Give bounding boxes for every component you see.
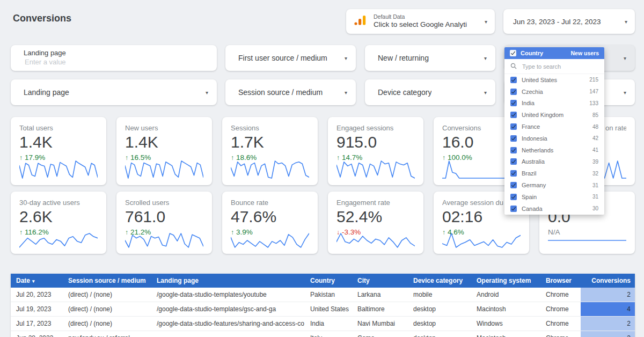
cell-city: Baltimore <box>352 305 408 313</box>
scorecard-bounce-rate[interactable]: Bounce rate 47.6% ↑3.9% <box>222 192 318 254</box>
cell-operating-system: Windows <box>471 320 540 327</box>
checkbox-checked-icon[interactable] <box>510 206 517 212</box>
device-category-filter[interactable]: Device category ▾ <box>365 79 495 105</box>
column-header-device-category[interactable]: Device category <box>408 277 471 284</box>
landing-page-input[interactable] <box>24 57 203 67</box>
checkbox-checked-icon[interactable] <box>510 135 517 142</box>
cell-date: Jun 28, 2023 <box>11 334 63 337</box>
country-new-users: 215 <box>589 77 598 83</box>
checkbox-checked-icon[interactable] <box>510 112 517 118</box>
column-header-conversions[interactable]: Conversions <box>581 274 635 288</box>
checkbox-checked-icon[interactable] <box>510 123 517 130</box>
chevron-down-icon: ▾ <box>624 90 626 96</box>
chevron-down-icon: ▾ <box>345 55 347 61</box>
checkbox-checked-icon[interactable] <box>510 182 517 188</box>
country-search-input[interactable] <box>521 63 588 70</box>
country-option-spain[interactable]: Spain 31 <box>504 191 604 203</box>
cell-city: Navi Mumbai <box>352 320 408 327</box>
landing-page-select-filter[interactable]: Landing page ▾ <box>11 79 217 105</box>
sparkline-chart <box>19 232 98 248</box>
scorecard-total-users[interactable]: Total users 1.4K ↑17.9% <box>11 117 106 185</box>
cell-city: Como <box>352 334 408 337</box>
country-name: United States <box>522 77 557 83</box>
column-header-country[interactable]: Country <box>305 277 352 284</box>
column-header-browser[interactable]: Browser <box>540 277 581 284</box>
country-new-users: 147 <box>589 89 598 94</box>
country-name: Spain <box>522 194 537 200</box>
column-header-operating-system[interactable]: Operating system <box>471 277 540 284</box>
country-option-germany[interactable]: Germany 31 <box>504 179 604 191</box>
country-option-france[interactable]: France 48 <box>504 121 604 133</box>
column-header-date[interactable]: Date▾ <box>11 277 63 284</box>
column-header-landing-page[interactable]: Landing page <box>151 277 305 284</box>
country-option-czechia[interactable]: Czechia 147 <box>504 86 604 98</box>
chevron-down-icon: ▾ <box>624 55 626 61</box>
sparkline-chart <box>125 232 203 248</box>
scorecard-label: Sessions <box>231 124 309 133</box>
scorecard-value: 1.7K <box>231 133 309 152</box>
scorecard-value: 47.6% <box>231 208 309 226</box>
country-option-india[interactable]: India 133 <box>504 98 604 109</box>
scorecard-sessions[interactable]: Sessions 1.7K ↑18.6% <box>222 117 318 185</box>
session-source-filter[interactable]: Session source / medium ▾ <box>225 79 356 105</box>
country-option-brazil[interactable]: Brazil 32 <box>504 167 604 179</box>
landing-page-filter-input[interactable]: Landing page <box>11 45 217 71</box>
filter-label: Session source / medium <box>238 88 323 97</box>
scorecard-label: Total users <box>19 124 98 133</box>
scorecard-label: Bounce rate <box>231 199 309 207</box>
country-name: Netherlands <box>522 147 553 153</box>
country-new-users: 41 <box>592 147 598 153</box>
country-filter-dropdown: Country New users United States 215 Czec… <box>504 47 604 215</box>
first-user-source-filter[interactable]: First user source / medium ▾ <box>225 45 356 71</box>
country-name: India <box>522 100 535 106</box>
search-icon <box>510 62 517 71</box>
scorecard-scrolled-users[interactable]: Scrolled users 761.0 ↑21.2% <box>116 192 212 254</box>
scorecard-new-users[interactable]: New users 1.4K ↑16.5% <box>116 117 212 185</box>
cell-date: Jul 17, 2023 <box>11 320 63 327</box>
sparkline-chart <box>19 160 98 179</box>
checkbox-checked-icon[interactable] <box>510 158 517 165</box>
table-row: Jun 28, 2023 pay.fondy.eu / referral Ita… <box>11 331 635 337</box>
checkbox-checked-icon[interactable] <box>510 77 517 83</box>
google-analytics-icon <box>354 15 368 28</box>
cell-landing-page: /google-data-studio-templates/gsc-and-ga <box>151 305 305 313</box>
country-new-users: 48 <box>592 124 598 130</box>
country-name: France <box>522 123 540 130</box>
checkbox-checked-icon[interactable] <box>510 170 517 177</box>
country-new-users: 30 <box>592 206 598 211</box>
new-returning-filter[interactable]: New / returning ▾ <box>365 45 495 71</box>
country-name: Czechia <box>522 89 543 95</box>
checkbox-checked-icon[interactable] <box>510 100 517 106</box>
select-all-checkbox[interactable] <box>510 50 516 56</box>
country-name: Germany <box>522 182 546 188</box>
scorecard-30day-active-users[interactable]: 30-day active users 2.6K ↑116.2% <box>11 192 106 254</box>
country-option-canada[interactable]: Canada 30 <box>504 203 604 215</box>
country-option-united-kingdom[interactable]: United Kingdom 85 <box>504 109 604 121</box>
country-name: Canada <box>522 206 543 212</box>
checkbox-checked-icon[interactable] <box>510 89 517 95</box>
scorecard-value: 2.6K <box>19 208 98 226</box>
country-new-users: 31 <box>592 194 598 200</box>
cell-operating-system: Macintosh <box>471 305 540 313</box>
country-option-netherlands[interactable]: Netherlands 41 <box>504 144 604 156</box>
country-new-users: 31 <box>592 182 598 188</box>
chevron-down-icon: ▾ <box>484 55 487 61</box>
checkbox-checked-icon[interactable] <box>510 147 517 153</box>
scorecard-engagement-rate[interactable]: Engagement rate 52.4% ↓-3.3% <box>328 192 423 254</box>
cell-browser: Chrome <box>540 320 581 327</box>
country-search-row[interactable] <box>504 59 604 74</box>
date-range-picker[interactable]: Jun 23, 2023 - Jul 22, 2023 ▾ <box>503 9 635 34</box>
cell-session-source: pay.fondy.eu / referral <box>63 334 151 337</box>
country-option-united-states[interactable]: United States 215 <box>504 74 604 86</box>
column-header-city[interactable]: City <box>352 277 408 284</box>
date-range-value: Jun 23, 2023 - Jul 22, 2023 <box>513 18 601 26</box>
column-header-session-source[interactable]: Session source / medium <box>63 277 151 284</box>
data-source-selector[interactable]: Default Data Click to select Google Anal… <box>346 9 495 34</box>
checkbox-checked-icon[interactable] <box>510 194 517 200</box>
detail-table: Date▾ Session source / medium Landing pa… <box>11 274 635 337</box>
country-option-indonesia[interactable]: Indonesia 42 <box>504 133 604 144</box>
table-row: Jul 19, 2023 (direct) / (none) /google-d… <box>11 302 635 317</box>
country-option-australia[interactable]: Australia 39 <box>504 156 604 168</box>
scorecard-engaged-sessions[interactable]: Engaged sessions 915.0 ↑14.7% <box>328 117 423 185</box>
cell-device-category: desktop <box>408 320 471 327</box>
